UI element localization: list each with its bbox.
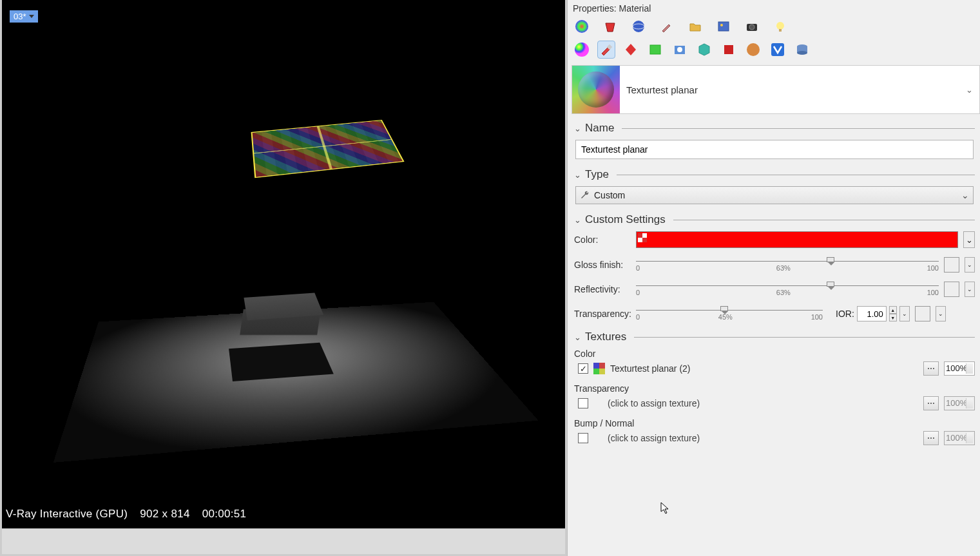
chevron-down-icon: ⌄ xyxy=(574,215,581,225)
section-type-label: Type xyxy=(585,168,609,181)
ior-input[interactable] xyxy=(857,306,887,321)
svg-point-2 xyxy=(633,24,644,29)
trans-color-swatch[interactable] xyxy=(915,306,930,321)
vray-logo-icon[interactable] xyxy=(769,41,787,59)
color-dropdown[interactable]: ⌄ xyxy=(963,231,975,248)
svg-point-0 xyxy=(575,20,588,33)
refl-dropdown[interactable]: ⌄ xyxy=(965,282,975,297)
rainbow-sphere2-icon[interactable] xyxy=(573,41,591,59)
svg-point-13 xyxy=(677,47,682,52)
section-textures-header[interactable]: ⌄ Textures xyxy=(574,331,975,343)
viewport-tab[interactable]: 03* xyxy=(10,10,38,23)
reflectivity-label: Reflectivity: xyxy=(574,284,631,294)
material-name-input[interactable] xyxy=(575,140,974,159)
blue-sphere-icon[interactable] xyxy=(629,17,648,35)
teal-cube-icon[interactable] xyxy=(695,41,713,59)
ior-dropdown[interactable]: ⌄ xyxy=(899,306,910,321)
gloss-color-swatch[interactable] xyxy=(944,257,959,273)
viewport-scrollbar[interactable] xyxy=(2,528,565,554)
transparency-label: Transparency: xyxy=(574,309,631,319)
texture-bump-checkbox[interactable] xyxy=(578,433,588,443)
gloss-label: Gloss finish: xyxy=(574,260,631,270)
gloss-dropdown[interactable]: ⌄ xyxy=(965,257,975,273)
properties-panel: Properties: Material Texturtest p xyxy=(567,0,980,556)
paint-tube-icon[interactable] xyxy=(597,41,615,59)
texture-bump-percent[interactable]: 100% xyxy=(944,431,975,445)
folder-icon[interactable] xyxy=(686,17,704,35)
green-card-icon[interactable] xyxy=(646,41,664,59)
blue-box-icon[interactable] xyxy=(671,41,689,59)
rainbow-sphere-icon[interactable] xyxy=(573,17,591,35)
trans-min: 0 xyxy=(636,313,640,321)
gloss-min: 0 xyxy=(636,264,640,272)
transparency-slider[interactable]: 0 45% 100 xyxy=(636,307,823,321)
viewport-tab-label: 03* xyxy=(14,12,26,21)
camera-icon[interactable] xyxy=(743,17,761,35)
gloss-slider[interactable]: 0 63% 100 xyxy=(636,258,939,272)
trans-dropdown[interactable]: ⌄ xyxy=(936,306,946,321)
chevron-down-icon: ⌄ xyxy=(574,170,581,180)
texture-color-percent[interactable]: 100% xyxy=(944,361,975,376)
lightbulb-icon[interactable] xyxy=(771,17,789,35)
svg-rect-12 xyxy=(675,46,685,54)
material-name-header: Texturtest planar xyxy=(626,84,698,95)
chevron-down-icon xyxy=(29,15,34,18)
texture-transparency-hint[interactable]: (click to assign texture) xyxy=(608,398,700,408)
gloss-value: 63% xyxy=(776,264,791,272)
svg-point-9 xyxy=(575,43,589,57)
red-bucket-icon[interactable] xyxy=(601,17,619,35)
svg-rect-3 xyxy=(718,22,729,31)
svg-point-7 xyxy=(776,22,784,30)
brush-icon[interactable] xyxy=(658,17,676,35)
cylinder-icon[interactable] xyxy=(793,41,811,59)
chevron-down-icon: ⌄ xyxy=(961,190,969,200)
texture-color-label: Color xyxy=(574,349,975,359)
texture-color-browse[interactable]: ⋯ xyxy=(923,361,939,376)
red-box-icon[interactable] xyxy=(720,41,738,59)
section-custom-label: Custom Settings xyxy=(585,213,666,226)
ior-spinner-buttons[interactable]: ▲▼ xyxy=(889,306,897,321)
orange-sphere-icon[interactable] xyxy=(744,41,762,59)
color-swatch[interactable] xyxy=(636,231,958,248)
texture-transparency-checkbox[interactable] xyxy=(578,398,588,408)
panel-toolbar-1 xyxy=(568,15,980,39)
material-header[interactable]: Texturtest planar ⌄ xyxy=(572,65,980,114)
texture-color-checkbox[interactable]: ✓ xyxy=(578,363,588,374)
red-diamond-icon[interactable] xyxy=(622,41,640,59)
texture-transparency-percent[interactable]: 100% xyxy=(944,396,975,410)
section-name-label: Name xyxy=(585,122,614,135)
svg-rect-5 xyxy=(747,24,757,31)
texture-transparency-browse[interactable]: ⋯ xyxy=(923,396,939,410)
texture-icon xyxy=(593,363,605,374)
refl-min: 0 xyxy=(636,289,640,296)
texture-bump-hint[interactable]: (click to assign texture) xyxy=(608,433,700,443)
section-custom-header[interactable]: ⌄ Custom Settings xyxy=(574,213,975,226)
trans-max: 100 xyxy=(811,313,823,321)
texture-bump-label: Bump / Normal xyxy=(574,418,975,428)
color-label: Color: xyxy=(574,235,631,245)
render-viewport[interactable]: 03* V-Ray Interactive (GPU) 902 x 814 00… xyxy=(0,0,567,556)
svg-point-19 xyxy=(797,51,807,55)
wrench-icon xyxy=(580,190,590,200)
section-type-header[interactable]: ⌄ Type xyxy=(574,168,975,181)
refl-value: 63% xyxy=(776,289,791,296)
viewport-container: 03* V-Ray Interactive (GPU) 902 x 814 00… xyxy=(0,0,567,556)
reflectivity-slider[interactable]: 0 63% 100 xyxy=(636,283,939,296)
svg-point-1 xyxy=(633,21,644,32)
picture-icon[interactable] xyxy=(715,17,733,35)
status-resolution: 902 x 814 xyxy=(140,508,189,520)
section-name-header[interactable]: ⌄ Name xyxy=(574,122,975,135)
texture-color-name[interactable]: Texturtest planar (2) xyxy=(610,363,691,374)
section-textures-label: Textures xyxy=(585,331,626,343)
refl-color-swatch[interactable] xyxy=(944,282,959,297)
material-type-select[interactable]: Custom ⌄ xyxy=(575,186,974,204)
svg-rect-14 xyxy=(724,45,733,54)
svg-rect-11 xyxy=(650,45,660,54)
svg-point-6 xyxy=(749,24,754,30)
chevron-down-icon: ⌄ xyxy=(574,332,581,342)
svg-point-17 xyxy=(797,44,807,48)
svg-rect-8 xyxy=(779,29,782,32)
texture-bump-browse[interactable]: ⋯ xyxy=(923,431,939,445)
chevron-down-icon[interactable]: ⌄ xyxy=(966,85,979,95)
svg-rect-10 xyxy=(607,44,612,50)
